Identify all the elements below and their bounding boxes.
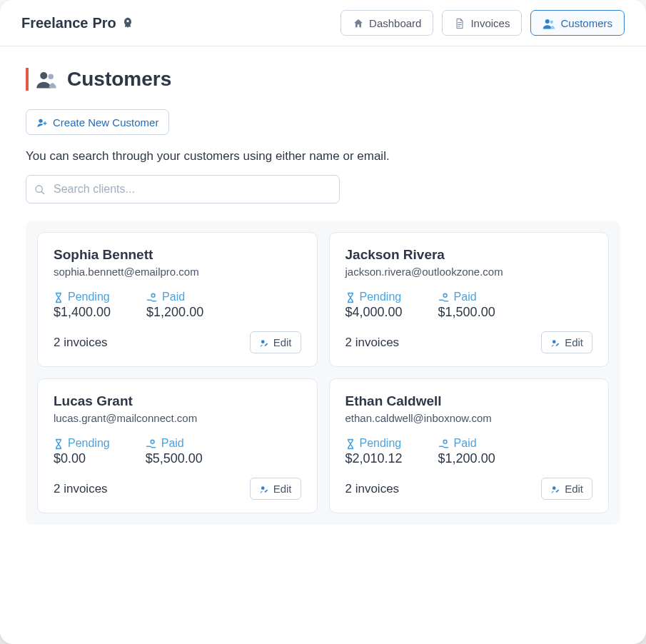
customer-name: Ethan Caldwell (345, 393, 593, 409)
hourglass-icon (54, 437, 64, 450)
customer-email: lucas.grant@mailconnect.com (54, 412, 301, 424)
customer-card: Jackson Rivera jackson.rivera@outlookzon… (329, 232, 610, 367)
pending-label: Pending (345, 291, 403, 303)
customer-card: Ethan Caldwell ethan.caldwell@inboxnow.c… (329, 378, 610, 513)
user-edit-icon (259, 483, 269, 495)
hand-money-icon (146, 291, 158, 303)
brand-suffix: Pro (92, 15, 116, 31)
hourglass-icon (345, 437, 355, 450)
customer-email: sophia.bennett@emailpro.com (54, 266, 301, 278)
nav-customers-label: Customers (560, 17, 612, 29)
users-icon (36, 70, 57, 89)
pending-label: Pending (54, 437, 110, 450)
hand-money-icon (438, 437, 450, 450)
edit-label: Edit (273, 483, 292, 495)
brand-name: Freelance (21, 15, 88, 31)
svg-point-1 (550, 21, 554, 24)
users-icon (542, 16, 555, 29)
paid-label: Paid (146, 291, 203, 303)
paid-value: $1,500.00 (438, 305, 495, 320)
invoice-count: 2 invoices (54, 482, 108, 496)
nav-invoices[interactable]: Invoices (442, 10, 522, 36)
search-icon (34, 183, 46, 196)
customer-name: Lucas Grant (54, 393, 301, 409)
customer-card: Sophia Bennett sophia.bennett@emailpro.c… (37, 232, 318, 367)
svg-point-12 (261, 486, 265, 490)
customer-stats: Pending $1,400.00 Paid $1,200.00 (54, 291, 301, 320)
search-wrap (26, 175, 340, 203)
svg-point-5 (36, 186, 42, 192)
paid-stat: Paid $1,500.00 (438, 291, 495, 320)
pending-value: $1,400.00 (54, 305, 111, 320)
customer-card: Lucas Grant lucas.grant@mailconnect.com … (37, 378, 318, 513)
customer-name: Sophia Bennett (54, 247, 301, 263)
create-customer-button[interactable]: Create New Customer (26, 109, 169, 135)
nav-invoices-label: Invoices (470, 17, 510, 29)
pending-label: Pending (54, 291, 111, 303)
user-edit-icon (550, 483, 560, 495)
invoice-count: 2 invoices (54, 336, 108, 350)
svg-point-3 (49, 74, 54, 80)
nav-dashboard[interactable]: Dashboard (340, 10, 433, 36)
hand-money-icon (438, 291, 450, 303)
search-input[interactable] (26, 175, 340, 203)
app-window: FreelancePro Dashboard Invoices (0, 0, 646, 644)
pending-value: $2,010.12 (345, 451, 403, 466)
edit-button[interactable]: Edit (250, 478, 301, 500)
customer-stats: Pending $0.00 Paid $5,500.00 (54, 437, 301, 466)
hourglass-icon (54, 291, 64, 303)
svg-point-8 (261, 340, 265, 343)
pending-label: Pending (345, 437, 403, 450)
customer-name: Jackson Rivera (345, 247, 593, 263)
content: Customers Create New Customer You can se… (0, 46, 646, 546)
svg-point-4 (39, 119, 42, 123)
paid-value: $1,200.00 (146, 305, 203, 320)
invoice-count: 2 invoices (345, 336, 400, 350)
home-icon (353, 16, 364, 29)
paid-label: Paid (438, 437, 495, 450)
edit-label: Edit (273, 336, 292, 348)
help-text: You can search through your customers us… (26, 149, 620, 163)
edit-button[interactable]: Edit (541, 331, 592, 353)
customer-stats: Pending $2,010.12 Paid $1,200.00 (345, 437, 593, 466)
svg-point-7 (151, 293, 155, 297)
hand-money-icon (146, 437, 157, 450)
cards-panel: Sophia Bennett sophia.bennett@emailpro.c… (26, 221, 620, 525)
pending-stat: Pending $4,000.00 (345, 291, 403, 320)
pending-value: $0.00 (54, 451, 110, 466)
header: FreelancePro Dashboard Invoices (0, 0, 646, 46)
nav-customers[interactable]: Customers (530, 10, 625, 36)
svg-point-11 (151, 440, 154, 443)
pending-stat: Pending $0.00 (54, 437, 110, 466)
hourglass-icon (345, 291, 355, 303)
card-footer: 2 invoices Edit (345, 331, 593, 353)
paid-label: Paid (438, 291, 495, 303)
brand: FreelancePro (21, 15, 135, 31)
cards-grid: Sophia Bennett sophia.bennett@emailpro.c… (37, 232, 609, 513)
user-edit-icon (550, 336, 560, 348)
page-title-row: Customers (26, 68, 620, 91)
paid-value: $5,500.00 (146, 451, 203, 466)
customer-email: jackson.rivera@outlookzone.com (345, 266, 593, 278)
create-customer-label: Create New Customer (53, 116, 158, 129)
paid-label: Paid (146, 437, 203, 450)
edit-label: Edit (565, 483, 583, 495)
nav-dashboard-label: Dashboard (369, 17, 421, 29)
svg-line-6 (41, 191, 44, 194)
nav: Dashboard Invoices Customers (340, 10, 625, 36)
customer-email: ethan.caldwell@inboxnow.com (345, 412, 593, 424)
edit-button[interactable]: Edit (541, 478, 592, 500)
svg-point-13 (443, 440, 447, 443)
pending-value: $4,000.00 (345, 305, 403, 320)
user-edit-icon (259, 336, 269, 348)
svg-point-2 (40, 72, 47, 79)
edit-button[interactable]: Edit (250, 331, 301, 353)
card-footer: 2 invoices Edit (345, 478, 593, 500)
paid-stat: Paid $1,200.00 (146, 291, 203, 320)
pending-stat: Pending $2,010.12 (345, 437, 403, 466)
rocket-icon (121, 15, 135, 31)
card-footer: 2 invoices Edit (54, 478, 301, 500)
paid-value: $1,200.00 (438, 451, 495, 466)
paid-stat: Paid $5,500.00 (146, 437, 203, 466)
svg-point-0 (545, 19, 550, 24)
